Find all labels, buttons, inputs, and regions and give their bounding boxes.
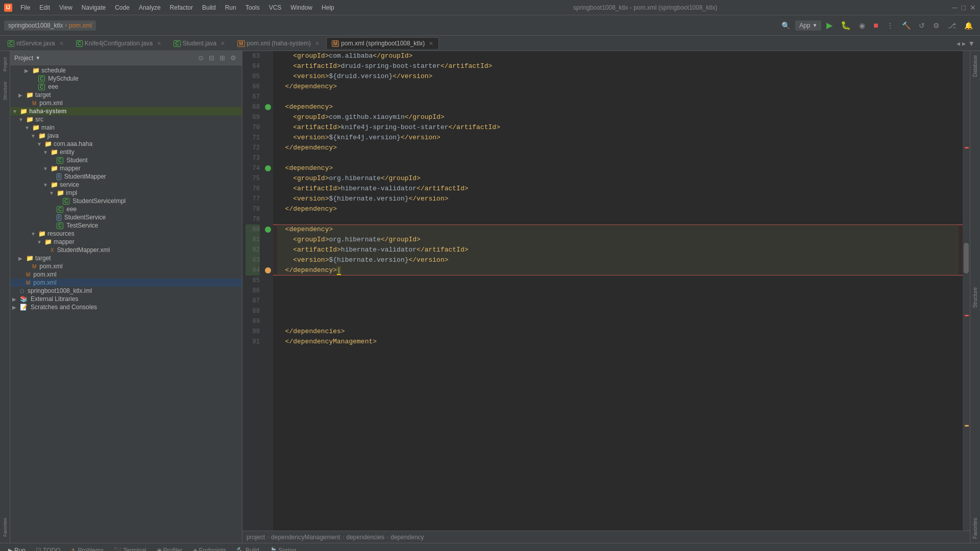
tab-actions[interactable]: ◂ ▸ ▼: [953, 39, 978, 47]
tree-item-studentmapper-xml[interactable]: X StudentMapper.xml: [10, 246, 242, 254]
tab-close-ntservice[interactable]: ✕: [59, 40, 64, 47]
tree-item-pom-haha[interactable]: M pom.xml: [10, 262, 242, 270]
settings-btn[interactable]: ⚙: [930, 20, 943, 31]
gutter-breakpoint-80[interactable]: [265, 227, 271, 233]
run-config-selector[interactable]: App ▼: [795, 20, 821, 31]
sync-btn[interactable]: ↺: [916, 20, 928, 31]
menu-view[interactable]: View: [55, 3, 77, 12]
tree-item-java[interactable]: ▼ 📁 java: [10, 132, 242, 140]
project-panel-expand-btn[interactable]: ⊞: [218, 54, 227, 62]
menu-refactor[interactable]: Refactor: [166, 3, 197, 12]
profiler-btn[interactable]: ◉ Profiler: [153, 546, 187, 552]
menu-run[interactable]: Run: [221, 3, 240, 12]
notifications-btn[interactable]: 🔔: [961, 20, 976, 31]
menu-build[interactable]: Build: [198, 3, 220, 12]
tab-close-pom-haha[interactable]: ✕: [315, 40, 320, 47]
tab-pom-ktlx[interactable]: M pom.xml (springboot1008_ktlx) ✕: [326, 37, 439, 49]
window-controls[interactable]: ─ □ ✕: [952, 4, 976, 12]
tree-item-scratches[interactable]: ▶ 📝 Scratches and Consoles: [10, 303, 242, 311]
build-btn-bottom[interactable]: 🔨 Build: [232, 546, 263, 552]
menu-navigate[interactable]: Navigate: [78, 3, 110, 12]
project-panel-collapse-btn[interactable]: ⊟: [207, 54, 216, 62]
tree-item-com-aaa-haha[interactable]: ▼ 📁 com.aaa.haha: [10, 140, 242, 148]
minimize-button[interactable]: ─: [952, 4, 958, 12]
tab-close-student[interactable]: ✕: [220, 40, 225, 47]
gutter-warn-84[interactable]: [265, 267, 271, 273]
tree-item-mapper-pkg[interactable]: ▼ 📁 mapper: [10, 164, 242, 172]
right-sidebar-structure-label[interactable]: Structure: [971, 285, 979, 310]
tree-item-target-haha[interactable]: ▶ 📁 target: [10, 254, 242, 262]
menu-edit[interactable]: Edit: [35, 3, 54, 12]
tab-knife4j[interactable]: C Knife4jConfiguration.java ✕: [70, 37, 167, 49]
menu-code[interactable]: Code: [111, 3, 134, 12]
stop-btn[interactable]: ■: [870, 19, 881, 32]
tab-close-knife4j[interactable]: ✕: [157, 40, 161, 47]
tree-item-service-pkg[interactable]: ▼ 📁 service: [10, 181, 242, 189]
toolbar-more[interactable]: ⋮: [884, 20, 897, 31]
project-selector[interactable]: springboot1008_ktlx › pom.xml: [4, 20, 96, 31]
tree-item-testservice[interactable]: C TestService: [10, 221, 242, 230]
tab-student[interactable]: C Student.java ✕: [168, 37, 231, 49]
tree-item-iml[interactable]: ⬡ springboot1008_ktlx.iml: [10, 287, 242, 295]
editor-scrollbar[interactable]: [963, 51, 970, 531]
right-sidebar-database-label[interactable]: Database: [971, 53, 979, 79]
debug-btn[interactable]: 🐛: [838, 19, 854, 32]
tree-item-student-class[interactable]: C Student: [10, 156, 242, 164]
breadcrumb-item-dependency[interactable]: dependency: [390, 534, 424, 541]
close-button[interactable]: ✕: [970, 4, 976, 12]
menu-bar[interactable]: File Edit View Navigate Code Analyze Ref…: [16, 3, 338, 12]
breadcrumb-item-depmanagement[interactable]: dependencyManagement: [271, 534, 340, 541]
tree-item-src[interactable]: ▼ 📁 src: [10, 115, 242, 123]
problems-btn[interactable]: ⚠ Problems: [66, 546, 108, 552]
tree-item-pom-active[interactable]: M pom.xml: [10, 279, 242, 287]
scrollbar-thumb[interactable]: [964, 243, 969, 273]
build-btn[interactable]: 🔨: [899, 20, 914, 31]
run-btn-bottom[interactable]: ▶ Run: [4, 546, 30, 552]
tree-item-schedule[interactable]: ▶ 📁 schedule: [10, 66, 242, 74]
tab-recent-files[interactable]: ▼: [968, 39, 975, 47]
tree-item-target-root[interactable]: ▶ 📁 target: [10, 91, 242, 99]
profile-btn[interactable]: ◉: [856, 20, 868, 31]
search-everywhere-btn[interactable]: 🔍: [778, 20, 793, 31]
menu-file[interactable]: File: [16, 3, 34, 12]
tree-item-haha-system[interactable]: ▼ 📁 haha-system: [10, 107, 242, 115]
tree-item-pom-root[interactable]: M pom.xml: [10, 99, 242, 107]
tree-item-resources[interactable]: ▼ 📁 resources: [10, 230, 242, 238]
gutter-breakpoint-74[interactable]: [265, 165, 271, 171]
menu-analyze[interactable]: Analyze: [135, 3, 165, 12]
tree-item-eee1[interactable]: C eee: [10, 83, 242, 91]
tree-item-eee2[interactable]: C eee: [10, 205, 242, 213]
tab-ntservice[interactable]: C ntService.java ✕: [2, 37, 69, 49]
tree-item-studentmapper[interactable]: I StudentMapper: [10, 172, 242, 181]
endpoints-btn[interactable]: ◈ Endpoints: [189, 546, 230, 552]
breadcrumb-item-dependencies[interactable]: dependencies: [346, 534, 384, 541]
sidebar-structure-icon[interactable]: Structure: [2, 78, 9, 105]
menu-vcs[interactable]: VCS: [265, 3, 286, 12]
run-btn[interactable]: ▶: [823, 19, 836, 32]
todo-btn[interactable]: ☑ TODO: [32, 546, 64, 552]
terminal-btn[interactable]: ⬛ Terminal: [110, 546, 150, 552]
tree-item-impl-pkg[interactable]: ▼ 📁 impl: [10, 189, 242, 197]
right-sidebar-favorites-label[interactable]: Favorites: [971, 516, 979, 541]
tree-item-entity[interactable]: ▼ 📁 entity: [10, 148, 242, 156]
tab-scroll-left[interactable]: ◂: [957, 39, 960, 47]
tree-item-myschdule[interactable]: C MySchdule: [10, 74, 242, 83]
maximize-button[interactable]: □: [962, 4, 966, 12]
sidebar-favorites-icon[interactable]: Favorites: [2, 514, 9, 541]
menu-tools[interactable]: Tools: [241, 3, 264, 12]
gutter-breakpoint-68[interactable]: [265, 104, 271, 110]
menu-window[interactable]: Window: [286, 3, 316, 12]
spring-btn[interactable]: 🍃 Spring: [265, 546, 301, 552]
sidebar-project-icon[interactable]: Project: [2, 53, 9, 76]
tree-item-studentserviceimpl[interactable]: C StudentServiceImpl: [10, 197, 242, 205]
tab-close-pom-ktlx[interactable]: ✕: [429, 40, 433, 47]
tree-item-studentservice[interactable]: I StudentService: [10, 213, 242, 221]
tree-item-external-libs[interactable]: ▶ 📚 External Libraries: [10, 295, 242, 303]
tree-item-mapper-res[interactable]: ▼ 📁 mapper: [10, 238, 242, 246]
breadcrumb-item-project[interactable]: project: [247, 534, 265, 541]
menu-help[interactable]: Help: [317, 3, 338, 12]
tab-scroll-right[interactable]: ▸: [962, 39, 966, 47]
tree-item-main[interactable]: ▼ 📁 main: [10, 123, 242, 132]
tab-pom-haha[interactable]: M pom.xml (haha-system) ✕: [232, 37, 325, 49]
code-editor[interactable]: <groupId>com.alibaba</groupId> <artifact…: [273, 51, 963, 531]
